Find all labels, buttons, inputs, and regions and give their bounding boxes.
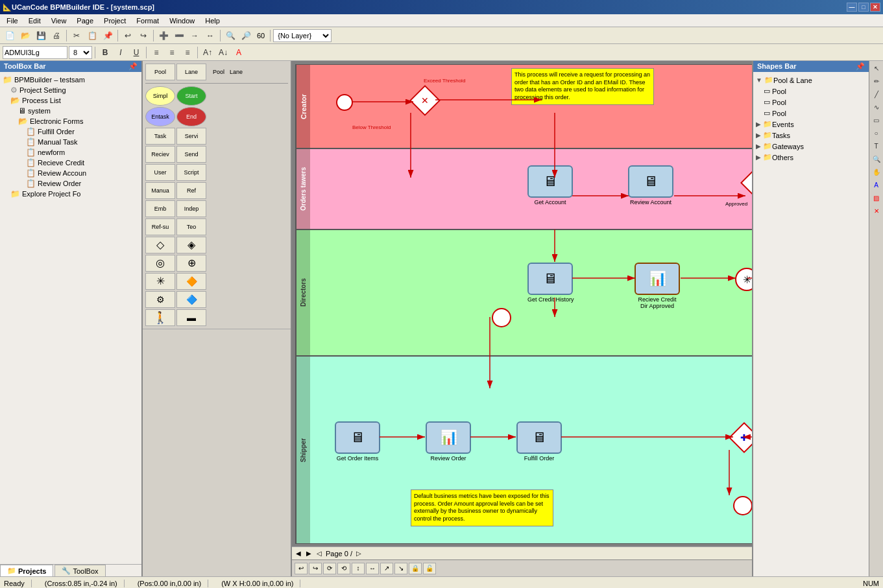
align-center-btn[interactable]: ≡ [165,45,179,60]
rtb-pan[interactable]: ✋ [871,166,882,178]
menu-format[interactable]: Format [131,16,164,25]
close-btn[interactable]: ✕ [870,3,880,12]
rtb-fill[interactable]: ▨ [871,192,882,204]
menu-page[interactable]: Page [71,16,99,25]
zoom-out-btn[interactable]: 🔎 [239,29,253,43]
align-right-btn[interactable]: ≡ [180,45,195,60]
action-8[interactable]: ↘ [394,563,407,574]
tool-start[interactable]: Start [176,86,206,106]
tool-emb[interactable]: Emb [145,200,175,217]
nav-prev[interactable]: ◀ [295,550,302,557]
tool-refsu[interactable]: Ref-su [145,218,175,235]
canvas-scroll[interactable]: Creator ✕ [292,61,752,547]
font-color-btn[interactable]: A [232,45,246,60]
tool-line[interactable]: ▬ [176,309,206,326]
undo-btn[interactable]: ↩ [121,29,135,43]
add-btn[interactable]: ➕ [156,29,171,43]
rtb-line[interactable]: ╱ [871,88,882,100]
shapes-tasks[interactable]: ▶ 📁 Tasks [756,130,866,141]
rtb-rect[interactable]: ▭ [871,114,882,126]
tree-review-order[interactable]: 📋 Review Order [26,178,139,189]
fulfill-order-node[interactable]: 🖥 Fulfill Order [516,421,562,462]
arrows-btn[interactable]: ↔ [203,29,217,43]
tree-explore-project[interactable]: 📁 Explore Project Fo [10,189,139,199]
shapes-events[interactable]: ▶ 📁 Events [756,119,866,130]
layer-select[interactable]: {No Layer} [273,29,332,42]
projects-tab[interactable]: 📁 Projects [0,565,53,576]
tool-ref[interactable]: Ref [176,182,206,199]
tool-script[interactable]: Script [176,164,206,181]
italic-btn[interactable]: I [114,45,128,60]
open-btn[interactable]: 📂 [18,29,32,43]
menu-file[interactable]: File [1,16,23,25]
review-account-node[interactable]: 🖥 Review Account [628,165,673,206]
arrow-btn[interactable]: → [187,29,202,43]
orders-gateway[interactable]: ✚ [745,172,752,194]
nav-next-page[interactable]: ▶ [305,550,313,557]
shapes-others[interactable]: ▶ 📁 Others [756,152,866,163]
rtb-curve[interactable]: ∿ [871,101,882,113]
tool-task[interactable]: Task [145,128,175,145]
nav-prev-page[interactable]: ◁ [315,550,323,557]
tree-recieve-credit[interactable]: 📋 Recieve Credit [26,158,139,168]
bold-btn[interactable]: B [98,45,112,60]
print-btn[interactable]: 🖨 [49,29,64,43]
dir-star-gateway[interactable]: ✳ [735,268,752,291]
copy-btn[interactable]: 📋 [85,29,99,43]
shapes-pool-3[interactable]: ▭ Pool [764,108,866,119]
nav-right[interactable]: ▷ [355,550,363,557]
action-1[interactable]: ↩ [295,563,308,574]
menu-project[interactable]: Project [99,16,131,25]
menu-view[interactable]: View [46,16,72,25]
get-credit-node[interactable]: 🖥 Get Credit History [527,263,574,303]
start-event[interactable] [336,94,353,111]
tree-process-list[interactable]: 📂 Process List [10,95,139,106]
action-3[interactable]: ⟳ [323,563,336,574]
recv-credit-node[interactable]: 📊 Recieve CreditDir Approved [635,263,680,309]
rtb-draw[interactable]: ✏ [871,75,882,87]
dir-circle-gateway[interactable] [492,308,511,327]
tool-manual[interactable]: Manua [145,182,175,199]
action-10[interactable]: 🔓 [423,563,436,574]
tool-send[interactable]: Send [176,146,206,163]
rtb-x-close[interactable]: ✕ [871,205,882,217]
tree-manual-task[interactable]: 📋 Manual Task [26,137,139,147]
rtb-color[interactable]: A [871,179,882,191]
tree-project-setting[interactable]: ⚙ Project Setting [10,85,139,95]
tool-diamond[interactable]: 🔷 [176,291,206,308]
font-name-input[interactable] [3,46,67,59]
get-order-node[interactable]: 🖥 Get Order Items [335,421,380,462]
action-2[interactable]: ↪ [309,563,322,574]
font-smaller-btn[interactable]: A↓ [216,45,230,60]
new-btn[interactable]: 📄 [3,29,17,43]
tree-newform[interactable]: 📋 newform [26,147,139,158]
shapes-gateways[interactable]: ▶ 📁 Gateways [756,141,866,152]
tool-simple[interactable]: Simpl [145,86,175,106]
menu-help[interactable]: Help [200,16,225,25]
tool-pool[interactable]: Pool [145,64,175,80]
rtb-text[interactable]: T [871,140,882,152]
tool-user[interactable]: User [145,164,175,181]
tool-endo[interactable]: Entask [145,107,175,126]
tree-fulfill-order[interactable]: 📋 Fulfill Order [26,126,139,137]
get-account-node[interactable]: 🖥 Get Account [527,165,573,206]
tool-lane[interactable]: Lane [176,64,206,80]
action-7[interactable]: ↗ [380,563,393,574]
shapes-pin[interactable]: 📌 [856,62,865,71]
reg-circle-gateway[interactable] [733,496,752,515]
tree-review-account[interactable]: 📋 Review Accoun [26,168,139,178]
underline-btn[interactable]: U [129,45,143,60]
maximize-btn[interactable]: □ [858,3,869,12]
redo-btn[interactable]: ↪ [136,29,151,43]
action-6[interactable]: ↔ [366,563,379,574]
shapes-pool-lane[interactable]: ▼ 📁 Pool & Lane [756,75,866,86]
rtb-zoom[interactable]: 🔍 [871,153,882,165]
tool-gear[interactable]: ⚙ [145,291,175,308]
tool-service[interactable]: Servi [176,128,206,145]
ship-gateway[interactable]: ✚ [733,427,752,449]
save-btn[interactable]: 💾 [34,29,48,43]
menu-window[interactable]: Window [164,16,200,25]
action-4[interactable]: ⟲ [337,563,350,574]
rtb-ellipse[interactable]: ○ [871,127,882,139]
tool-rect[interactable]: 🚶 [145,309,175,326]
